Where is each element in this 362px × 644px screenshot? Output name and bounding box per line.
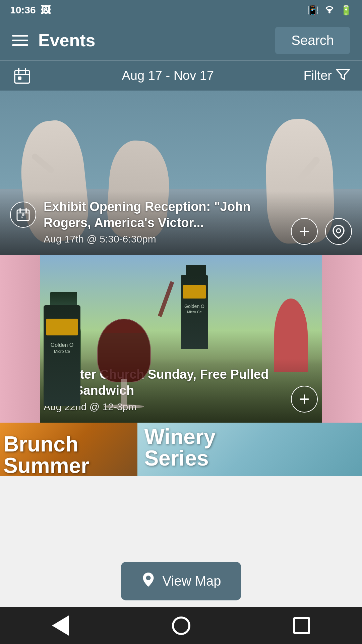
svg-point-11 — [22, 213, 24, 216]
menu-button[interactable] — [12, 35, 28, 46]
status-time: 10:36 — [10, 4, 36, 16]
events-list: Exhibit Opening Reception: "John Rogers,… — [0, 91, 362, 607]
event-image-3: BrunchSummer WinerySeries — [0, 423, 362, 476]
event-datetime-1: Aug 17th @ 5:30-6:30pm — [44, 233, 286, 245]
event-card-2[interactable]: Golden OMicro Ce Golden OMicro Ce — [0, 255, 362, 423]
header-left: Events — [12, 30, 96, 50]
search-button[interactable]: Search — [275, 27, 350, 54]
event-info-left-1: Exhibit Opening Reception: "John Rogers,… — [10, 199, 286, 245]
battery-icon: 🔋 — [340, 5, 352, 16]
event-actions-1 — [291, 218, 352, 245]
status-icons: 📳 🔋 — [307, 4, 352, 16]
add-button-2[interactable] — [291, 386, 318, 413]
home-icon — [172, 616, 190, 635]
view-map-label: View Map — [163, 574, 221, 589]
svg-marker-6 — [337, 69, 349, 79]
back-button[interactable] — [47, 612, 74, 639]
status-time-area: 10:36 🖼 — [10, 4, 51, 16]
location-button-1[interactable] — [325, 218, 352, 245]
svg-point-0 — [328, 11, 330, 13]
filter-label: Filter — [304, 68, 332, 83]
event-card[interactable]: Exhibit Opening Reception: "John Rogers,… — [0, 91, 362, 255]
svg-point-14 — [337, 229, 341, 233]
status-bar: 10:36 🖼 📳 🔋 — [0, 0, 362, 20]
filter-icon — [336, 68, 350, 83]
bottom-navigation — [0, 607, 362, 644]
svg-rect-1 — [15, 70, 29, 83]
vibrate-icon: 📳 — [307, 5, 319, 16]
map-pin-icon — [141, 571, 156, 591]
view-map-button[interactable]: View Map — [121, 562, 241, 600]
add-to-calendar-button-1[interactable] — [10, 202, 36, 228]
event-title-1: Exhibit Opening Reception: "John Rogers,… — [44, 199, 286, 231]
filter-bar: Aug 17 - Nov 17 Filter — [0, 60, 362, 91]
date-range[interactable]: Aug 17 - Nov 17 — [32, 68, 304, 83]
page-title: Events — [38, 30, 96, 50]
svg-point-23 — [146, 576, 151, 580]
gallery-icon: 🖼 — [41, 4, 51, 16]
event-text-1: Exhibit Opening Reception: "John Rogers,… — [44, 199, 286, 245]
event-info-1: Exhibit Opening Reception: "John Rogers,… — [0, 191, 362, 255]
recents-icon — [293, 617, 310, 634]
app-header: Events Search — [0, 20, 362, 60]
recents-button[interactable] — [288, 612, 315, 639]
svg-rect-5 — [18, 76, 21, 80]
calendar-icon[interactable] — [12, 66, 32, 86]
back-icon — [52, 615, 69, 636]
event-card-3[interactable]: BrunchSummer WinerySeries — [0, 423, 362, 476]
filter-button[interactable]: Filter — [304, 68, 350, 83]
add-button-1[interactable] — [291, 218, 318, 245]
wifi-icon — [323, 4, 336, 16]
home-button[interactable] — [168, 612, 194, 639]
